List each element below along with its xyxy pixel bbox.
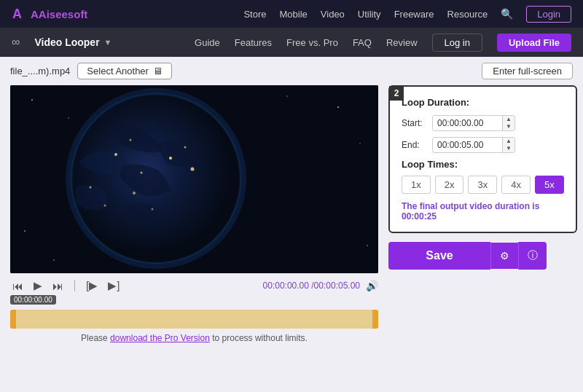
end-input-wrap: ▲ ▼ xyxy=(432,137,515,153)
save-area: Save ⚙ ⓘ xyxy=(388,242,577,270)
main-area: file_....m).mp4 Select Another 🖥 Enter f… xyxy=(0,57,583,392)
loop-5x-button[interactable]: 5x xyxy=(535,176,564,194)
svg-point-8 xyxy=(367,245,368,246)
video-area xyxy=(10,85,378,273)
start-decrement-button[interactable]: ▼ xyxy=(503,123,514,130)
time-display: 00:00:00.00 /00:00:05.00 xyxy=(263,281,360,291)
nav-resource[interactable]: Resource xyxy=(447,9,488,20)
select-another-button[interactable]: Select Another 🖥 xyxy=(77,63,172,79)
svg-point-5 xyxy=(337,106,339,108)
search-icon[interactable]: 🔍 xyxy=(501,8,513,20)
svg-point-7 xyxy=(24,230,26,232)
svg-point-20 xyxy=(184,146,187,149)
save-info-button[interactable]: ⓘ xyxy=(518,242,547,270)
nav-review[interactable]: Review xyxy=(386,37,418,48)
end-spinners: ▲ ▼ xyxy=(502,138,514,152)
svg-point-21 xyxy=(133,192,136,195)
nav-mobile[interactable]: Mobile xyxy=(280,9,308,20)
controls-divider xyxy=(74,280,75,291)
save-button[interactable]: Save xyxy=(388,242,490,270)
end-input[interactable] xyxy=(433,138,502,152)
file-bar-left: file_....m).mp4 Select Another 🖥 xyxy=(10,63,172,79)
step-number: 2 xyxy=(389,86,404,101)
nav-features[interactable]: Features xyxy=(235,37,272,48)
loop-4x-button[interactable]: 4x xyxy=(501,176,531,194)
top-nav-links: Store Mobile Video Utility Freeware Reso… xyxy=(243,6,571,23)
svg-point-10 xyxy=(53,259,55,261)
timeline-handle-right[interactable] xyxy=(372,310,378,329)
file-name: file_....m).mp4 xyxy=(10,66,70,77)
nav-freeware[interactable]: Freeware xyxy=(394,9,434,20)
monitor-icon: 🖥 xyxy=(153,66,163,77)
nav-video[interactable]: Video xyxy=(321,9,345,20)
svg-point-6 xyxy=(359,143,361,144)
loop-2x-button[interactable]: 2x xyxy=(435,176,464,194)
video-preview xyxy=(10,85,378,273)
loop-duration-title: Loop Duration: xyxy=(402,97,564,108)
loop-1x-button[interactable]: 1x xyxy=(402,176,431,194)
upload-file-button[interactable]: Upload File xyxy=(497,34,571,52)
file-bar: file_....m).mp4 Select Another 🖥 Enter f… xyxy=(0,57,583,85)
logo-icon: A xyxy=(12,6,28,22)
skip-back-button[interactable]: ⏮ xyxy=(10,278,26,294)
timeline-bar[interactable] xyxy=(10,310,378,329)
start-input[interactable] xyxy=(433,116,502,130)
start-input-wrap: ▲ ▼ xyxy=(432,115,515,131)
timeline-time-label: 00:00:00.00 xyxy=(10,295,56,305)
timeline-fill xyxy=(10,310,378,329)
start-spinners: ▲ ▼ xyxy=(502,116,514,130)
svg-point-4 xyxy=(68,117,69,119)
nav-utility[interactable]: Utility xyxy=(358,9,381,20)
start-label: Start: xyxy=(402,118,425,128)
svg-point-17 xyxy=(191,168,195,171)
loop-3x-button[interactable]: 3x xyxy=(468,176,497,194)
pro-notice: Please download the Pro Version to proce… xyxy=(10,333,378,343)
tool-title: Video Looper ▼ xyxy=(34,36,111,48)
nav-store[interactable]: Store xyxy=(243,9,266,20)
save-settings-button[interactable]: ⚙ xyxy=(490,243,518,269)
play-button[interactable]: ▶ xyxy=(31,278,44,294)
log-in-button[interactable]: Log in xyxy=(432,34,482,52)
fullscreen-button[interactable]: Enter full-screen xyxy=(482,63,573,79)
mark-in-button[interactable]: [▶ xyxy=(84,278,100,294)
end-field-row: End: ▲ ▼ xyxy=(402,137,564,153)
mark-out-button[interactable]: ▶] xyxy=(106,278,122,294)
svg-point-12 xyxy=(114,153,117,156)
output-duration: The final output video duration is 00:00… xyxy=(402,201,564,222)
logo-text: AAiseesoft xyxy=(31,8,87,20)
top-navigation: A AAiseesoft Store Mobile Video Utility … xyxy=(0,0,583,28)
end-increment-button[interactable]: ▲ xyxy=(503,138,514,145)
svg-point-15 xyxy=(90,187,92,189)
svg-point-9 xyxy=(286,95,288,97)
nav-free-vs-pro[interactable]: Free vs. Pro xyxy=(286,37,338,48)
end-decrement-button[interactable]: ▼ xyxy=(503,145,514,152)
svg-text:A: A xyxy=(12,7,22,21)
end-label: End: xyxy=(402,140,425,150)
content-row: ⏮ ▶ ⏭ [▶ ▶] 00:00:00.00 /00:00:05.00 🔊 0… xyxy=(0,85,583,392)
svg-point-3 xyxy=(31,99,33,101)
loop-times-row: 1x 2x 3x 4x 5x xyxy=(402,176,564,194)
loop-settings-box: 2 Loop Duration: Start: ▲ ▼ End: xyxy=(388,85,577,233)
start-increment-button[interactable]: ▲ xyxy=(503,116,514,123)
timeline-handle-left[interactable] xyxy=(10,310,16,329)
timeline-area: 00:00:00.00 xyxy=(10,298,378,329)
pro-version-link[interactable]: download the Pro Version xyxy=(110,333,210,343)
controls-row: ⏮ ▶ ⏭ [▶ ▶] 00:00:00.00 /00:00:05.00 🔊 xyxy=(10,273,378,297)
logo: A AAiseesoft xyxy=(12,6,87,22)
volume-icon[interactable]: 🔊 xyxy=(366,280,378,291)
nav-faq[interactable]: FAQ xyxy=(353,37,372,48)
second-navigation: ∞ Video Looper ▼ Guide Features Free vs.… xyxy=(0,28,583,57)
skip-forward-button[interactable]: ⏭ xyxy=(50,278,66,294)
svg-point-14 xyxy=(169,157,172,160)
second-nav-links: Guide Features Free vs. Pro FAQ Review L… xyxy=(195,34,571,52)
login-button[interactable]: Login xyxy=(526,6,571,23)
loop-icon: ∞ xyxy=(12,36,20,49)
svg-point-13 xyxy=(141,172,143,174)
start-field-row: Start: ▲ ▼ xyxy=(402,115,564,131)
video-panel: ⏮ ▶ ⏭ [▶ ▶] 00:00:00.00 /00:00:05.00 🔊 0… xyxy=(10,85,378,386)
nav-guide[interactable]: Guide xyxy=(195,37,220,48)
dropdown-arrow-icon[interactable]: ▼ xyxy=(104,38,112,47)
right-panel: 2 Loop Duration: Start: ▲ ▼ End: xyxy=(388,85,577,386)
svg-point-16 xyxy=(130,139,132,141)
output-duration-value: 00:00:25 xyxy=(402,211,437,222)
